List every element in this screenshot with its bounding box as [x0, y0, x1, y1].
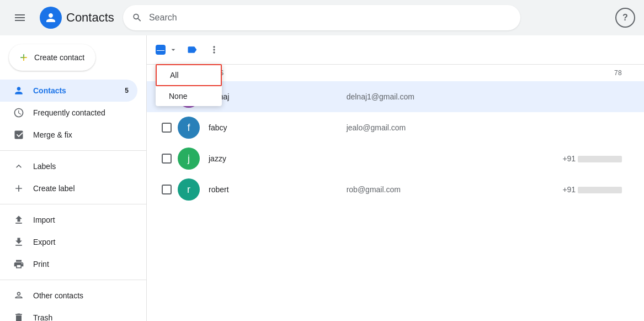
dropdown-item-all[interactable]: All: [156, 64, 222, 86]
sidebar-item-other-contacts[interactable]: Other contacts: [0, 285, 137, 307]
labels-header[interactable]: Labels: [0, 155, 146, 177]
contact-email-delnaj: delnaj1@gmail.com: [347, 92, 485, 101]
export-label: Export: [33, 238, 55, 246]
add-icon: [13, 183, 24, 194]
sidebar-divider-2: [0, 204, 146, 204]
contact-avatar-robert: r: [178, 178, 200, 201]
contact-row[interactable]: f fabcy jealo@gmail.com: [147, 112, 644, 143]
contact-phone-jazzy: +91: [484, 154, 635, 163]
toolbar: —: [147, 35, 644, 65]
sidebar-item-import[interactable]: Import: [0, 209, 137, 231]
logo-area: Contacts: [40, 7, 114, 29]
print-icon: [13, 259, 24, 270]
select-dropdown-menu: All None: [156, 64, 222, 106]
person-outline-icon: [13, 290, 24, 301]
other-contacts-label: Other contacts: [33, 291, 83, 300]
sidebar-item-create-label[interactable]: Create label: [0, 177, 137, 199]
sidebar-item-print[interactable]: Print: [0, 253, 137, 275]
dropdown-item-none[interactable]: None: [156, 86, 222, 106]
sidebar-item-frequently-contacted[interactable]: Frequently contacted: [0, 102, 137, 124]
contact-avatar-jazzy: j: [178, 148, 200, 170]
frequently-contacted-label: Frequently contacted: [33, 108, 105, 117]
phone-bar-robert: [578, 187, 622, 193]
sidebar: + Create contact Contacts 5 Frequently c…: [0, 35, 147, 321]
search-input[interactable]: [149, 13, 512, 23]
search-icon: [132, 12, 142, 23]
contact-row[interactable]: r robert rob@gmail.com +91: [147, 174, 644, 205]
sidebar-divider-1: [0, 150, 146, 151]
search-bar[interactable]: [123, 5, 520, 30]
label-button[interactable]: [182, 40, 202, 60]
print-label: Print: [33, 260, 49, 269]
sidebar-item-export[interactable]: Export: [0, 231, 137, 253]
contacts-nav-label: Contacts: [33, 86, 66, 95]
merge-icon: [13, 129, 24, 140]
contact-name-delnaj: delnaj: [209, 92, 347, 101]
person-icon: [13, 85, 24, 96]
checkmark-icon: —: [157, 45, 164, 54]
contact-email-fabcy: jealo@gmail.com: [347, 123, 485, 132]
contact-checkbox-jazzy[interactable]: [156, 154, 178, 164]
hamburger-menu-icon[interactable]: [9, 7, 31, 29]
app-avatar: [40, 7, 62, 29]
sidebar-divider-3: [0, 280, 146, 280]
contact-row[interactable]: j jazzy +91: [147, 143, 644, 174]
contact-name-fabcy: fabcy: [209, 123, 347, 132]
topbar: Contacts ?: [0, 0, 644, 35]
contact-phone-robert: +91: [484, 185, 635, 194]
phone-bar-jazzy: [578, 156, 622, 162]
contact-avatar-fabcy: f: [178, 117, 200, 139]
select-all-checkbox-area: —: [156, 43, 180, 56]
merge-fix-label: Merge & fix: [33, 130, 72, 139]
sidebar-item-trash[interactable]: Trash: [0, 307, 137, 321]
labels-title: Labels: [33, 162, 56, 171]
contact-checkbox-robert[interactable]: [156, 185, 178, 194]
main-layout: + Create contact Contacts 5 Frequently c…: [0, 35, 644, 321]
sidebar-item-contacts[interactable]: Contacts 5: [0, 80, 137, 102]
create-contact-label: Create contact: [34, 53, 84, 62]
contact-email-robert: rob@gmail.com: [347, 185, 485, 194]
create-label-label: Create label: [33, 184, 75, 193]
import-label: Import: [33, 215, 55, 224]
contact-name-jazzy: jazzy: [209, 154, 347, 163]
contacts-list: d delnaj delnaj1@gmail.com f fabcy jealo…: [147, 81, 644, 321]
create-contact-button[interactable]: + Create contact: [9, 44, 95, 71]
more-options-button[interactable]: [204, 40, 224, 60]
app-title: Contacts: [66, 10, 114, 25]
sidebar-item-merge-fix[interactable]: Merge & fix: [0, 124, 137, 146]
select-all-checkbox[interactable]: —: [156, 45, 166, 55]
clock-icon: [13, 107, 24, 118]
phone-col-header: 78: [477, 69, 635, 77]
contacts-badge: 5: [125, 87, 129, 94]
content-area: —: [147, 35, 644, 321]
trash-label: Trash: [33, 313, 52, 321]
plus-icon: +: [20, 51, 28, 64]
export-icon: [13, 236, 24, 248]
chevron-up-icon: [13, 161, 24, 172]
checkbox-dropdown-arrow[interactable]: [167, 43, 180, 56]
help-icon[interactable]: ?: [615, 8, 635, 28]
contact-checkbox-fabcy[interactable]: [156, 123, 178, 133]
contact-name-robert: robert: [209, 185, 347, 194]
import-icon: [13, 214, 24, 225]
trash-icon: [13, 312, 24, 321]
